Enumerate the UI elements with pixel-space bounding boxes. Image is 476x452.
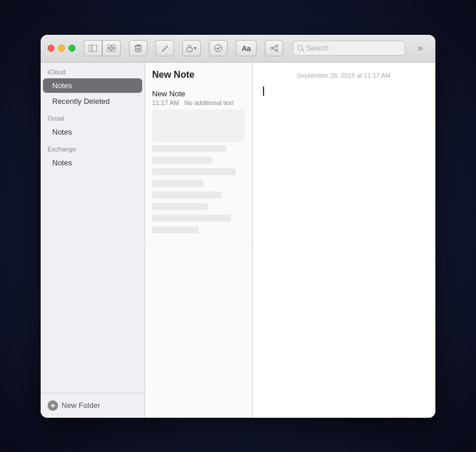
svg-point-17 [276, 45, 278, 47]
search-placeholder: Search [306, 44, 329, 52]
lock-button[interactable]: ▾ [182, 40, 201, 56]
close-button[interactable] [48, 45, 55, 52]
toolbar-overflow-button[interactable]: » [412, 40, 428, 56]
svg-rect-15 [187, 48, 192, 52]
note-content-line-1 [152, 145, 226, 152]
content-area: iCloud Notes Recently Deleted Gmail Note… [41, 63, 435, 418]
note-content-line-4 [152, 180, 203, 187]
svg-line-21 [273, 49, 276, 50]
sidebar: iCloud Notes Recently Deleted Gmail Note… [41, 63, 145, 418]
note-content-line-2 [152, 157, 212, 164]
search-bar[interactable]: Search [293, 41, 405, 56]
share-button[interactable] [265, 40, 283, 56]
new-folder-label: New Folder [62, 401, 100, 410]
sidebar-section-exchange: Exchange [41, 140, 145, 155]
svg-line-20 [273, 46, 276, 48]
sidebar-toggle-button[interactable] [84, 40, 102, 56]
notes-list: New Note New Note 11:17 AM No additional… [145, 63, 253, 418]
compose-button[interactable] [156, 40, 174, 56]
sidebar-item-notes-exchange[interactable]: Notes [43, 156, 142, 170]
note-editor[interactable]: September 28, 2018 at 11:17 AM Cut Copy … [253, 63, 435, 418]
svg-rect-4 [107, 49, 111, 52]
svg-rect-5 [112, 49, 116, 52]
note-content-line-8 [152, 226, 199, 233]
svg-point-22 [298, 45, 303, 50]
note-content-line-6 [152, 203, 208, 210]
new-folder-button[interactable]: + New Folder [41, 393, 145, 418]
svg-line-23 [302, 49, 305, 52]
sidebar-section-icloud: iCloud [41, 63, 145, 78]
note-content-line-7 [152, 215, 231, 222]
svg-point-18 [271, 47, 273, 49]
svg-rect-0 [89, 45, 97, 52]
note-date: September 28, 2018 at 11:17 AM [262, 72, 426, 79]
note-item[interactable]: New Note 11:17 AM No additional text [145, 85, 252, 243]
note-time: 11:17 AM [152, 99, 179, 106]
sidebar-item-recently-deleted[interactable]: Recently Deleted [43, 94, 142, 109]
titlebar: ▾ Aa Search » [41, 35, 435, 63]
svg-rect-3 [112, 45, 116, 48]
notes-list-header: New Note [145, 63, 252, 85]
minimize-button[interactable] [58, 45, 65, 52]
format-button[interactable]: Aa [236, 40, 257, 56]
note-cursor [263, 86, 264, 96]
note-meta: 11:17 AM No additional text [152, 99, 245, 106]
note-title: New Note [152, 89, 245, 98]
svg-point-19 [276, 49, 278, 52]
check-button[interactable] [209, 40, 228, 56]
maximize-button[interactable] [68, 45, 75, 52]
view-toggle-group [84, 40, 121, 56]
new-folder-icon: + [48, 400, 58, 411]
trash-button[interactable] [129, 40, 147, 56]
svg-rect-2 [107, 45, 111, 48]
note-content-line-3 [152, 168, 236, 175]
sidebar-item-notes-icloud[interactable]: Notes [43, 78, 142, 93]
app-window: ▾ Aa Search » [41, 35, 435, 418]
traffic-lights [48, 45, 75, 52]
grid-view-button[interactable] [102, 40, 121, 56]
note-content-line-5 [152, 191, 222, 198]
note-preview-image [152, 110, 245, 142]
note-preview-text: No additional text [185, 99, 234, 106]
svg-point-16 [215, 45, 222, 52]
sidebar-section-gmail: Gmail [41, 109, 145, 124]
sidebar-item-notes-gmail[interactable]: Notes [43, 125, 142, 139]
